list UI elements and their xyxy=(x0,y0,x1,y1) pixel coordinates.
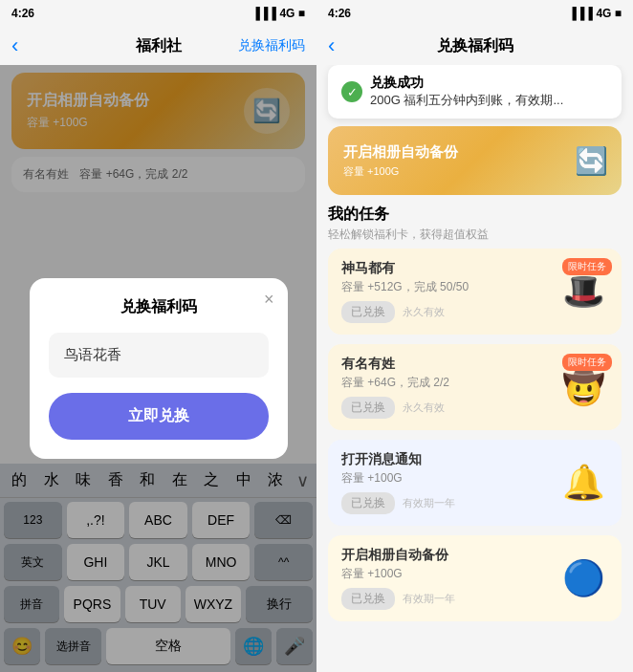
task-status-btn-0: 已兑换 xyxy=(341,301,395,323)
left-time: 4:26 xyxy=(11,7,34,20)
right-status-bar: 4:26 ▐▐▐ 4G ■ xyxy=(316,0,633,27)
task-info-2: 打开消息通知 容量 +100G 已兑换 有效期一年 xyxy=(341,451,551,514)
task-desc-1: 容量 +64G，完成 2/2 xyxy=(341,375,551,391)
task-validity-3: 有效期一年 xyxy=(403,592,455,606)
task-status-row-2: 已兑换 有效期一年 xyxy=(341,492,551,514)
right-back-button[interactable]: ‹ xyxy=(328,35,335,56)
task-cards-container: 限时任务 神马都有 容量 +512G，完成 50/50 已兑换 永久有效 🎩 限… xyxy=(328,249,622,621)
left-nav-title: 福利社 xyxy=(136,36,182,56)
task-card-2[interactable]: 打开消息通知 容量 +100G 已兑换 有效期一年 🔔 xyxy=(328,440,622,526)
tasks-title: 我的任务 xyxy=(328,205,622,225)
task-info-0: 神马都有 容量 +512G，完成 50/50 已兑换 永久有效 xyxy=(341,260,551,323)
modal-title: 兑换福利码 xyxy=(49,297,269,317)
task-status-row-0: 已兑换 永久有效 xyxy=(341,301,551,323)
modal-submit-button[interactable]: 立即兑换 xyxy=(49,393,269,440)
task-name-2: 打开消息通知 xyxy=(341,451,551,468)
task-card-0[interactable]: 限时任务 神马都有 容量 +512G，完成 50/50 已兑换 永久有效 🎩 xyxy=(328,249,622,335)
task-name-0: 神马都有 xyxy=(341,260,551,277)
task-badge-0: 限时任务 xyxy=(562,258,612,275)
task-validity-1: 永久有效 xyxy=(403,401,445,415)
task-validity-2: 有效期一年 xyxy=(403,496,455,510)
right-banner-text: 开启相册自动备份 容量 +100G xyxy=(343,143,458,179)
task-status-btn-3: 已兑换 xyxy=(341,588,395,610)
task-name-3: 开启相册自动备份 xyxy=(341,547,551,564)
toast-title: 兑换成功 xyxy=(370,75,563,92)
tasks-header: 我的任务 轻松解锁福利卡，获得超值权益 xyxy=(328,205,622,243)
left-panel: 4:26 ▐▐▐ 4G ■ ‹ 福利社 兑换福利码 开启相册自动备份 容量 +1… xyxy=(0,0,316,672)
right-banner: 开启相册自动备份 容量 +100G 🔄 xyxy=(328,126,622,195)
task-info-1: 有名有姓 容量 +64G，完成 2/2 已兑换 永久有效 xyxy=(341,356,551,419)
left-status-bar: 4:26 ▐▐▐ 4G ■ xyxy=(0,0,316,27)
right-nav-title: 兑换福利码 xyxy=(437,36,513,56)
right-banner-title: 开启相册自动备份 xyxy=(343,143,458,162)
right-time: 4:26 xyxy=(328,7,351,20)
task-info-3: 开启相册自动备份 容量 +100G 已兑换 有效期一年 xyxy=(341,547,551,610)
task-status-row-1: 已兑换 永久有效 xyxy=(341,397,551,419)
left-signal: ▐▐▐ 4G ■ xyxy=(252,7,305,20)
right-banner-sub: 容量 +100G xyxy=(343,164,458,179)
task-icon-2: 🔔 xyxy=(558,458,608,508)
modal-input-field[interactable]: 鸟语花香 xyxy=(49,333,269,378)
tasks-section: 我的任务 轻松解锁福利卡，获得超值权益 限时任务 神马都有 容量 +512G，完… xyxy=(316,205,633,672)
right-panel: 4:26 ▐▐▐ 4G ■ ‹ 兑换福利码 ✓ 兑换成功 200G 福利五分钟内… xyxy=(316,0,633,672)
task-name-1: 有名有姓 xyxy=(341,356,551,373)
task-badge-1: 限时任务 xyxy=(562,354,612,371)
modal-box: × 兑换福利码 鸟语花香 立即兑换 xyxy=(30,278,288,459)
success-toast: ✓ 兑换成功 200G 福利五分钟内到账，有效期... xyxy=(328,65,622,119)
task-desc-2: 容量 +100G xyxy=(341,470,551,487)
left-nav-right-link[interactable]: 兑换福利码 xyxy=(238,37,305,54)
task-desc-0: 容量 +512G，完成 50/50 xyxy=(341,279,551,295)
left-back-button[interactable]: ‹ xyxy=(11,35,18,56)
modal-overlay: × 兑换福利码 鸟语花香 立即兑换 xyxy=(0,65,316,672)
right-banner-icon: 🔄 xyxy=(575,145,608,177)
task-status-btn-1: 已兑换 xyxy=(341,397,395,419)
task-card-1[interactable]: 限时任务 有名有姓 容量 +64G，完成 2/2 已兑换 永久有效 🤠 xyxy=(328,344,622,430)
task-icon-3: 🔵 xyxy=(558,553,608,603)
task-card-3[interactable]: 开启相册自动备份 容量 +100G 已兑换 有效期一年 🔵 xyxy=(328,535,622,621)
task-desc-3: 容量 +100G xyxy=(341,566,551,582)
right-nav-bar: ‹ 兑换福利码 xyxy=(316,27,633,65)
task-validity-0: 永久有效 xyxy=(403,305,445,319)
toast-content: 兑换成功 200G 福利五分钟内到账，有效期... xyxy=(370,75,563,109)
toast-check-icon: ✓ xyxy=(341,81,362,102)
modal-close-button[interactable]: × xyxy=(264,290,274,310)
left-content-area: 开启相册自动备份 容量 +100G 🔄 有名有姓 容量 +64G，完成 2/2 … xyxy=(0,65,316,672)
toast-desc: 200G 福利五分钟内到账，有效期... xyxy=(370,92,563,109)
task-status-btn-2: 已兑换 xyxy=(341,492,395,514)
task-status-row-3: 已兑换 有效期一年 xyxy=(341,588,551,610)
right-signal: ▐▐▐ 4G ■ xyxy=(569,7,622,20)
left-nav-bar: ‹ 福利社 兑换福利码 xyxy=(0,27,316,65)
tasks-subtitle: 轻松解锁福利卡，获得超值权益 xyxy=(328,227,622,243)
